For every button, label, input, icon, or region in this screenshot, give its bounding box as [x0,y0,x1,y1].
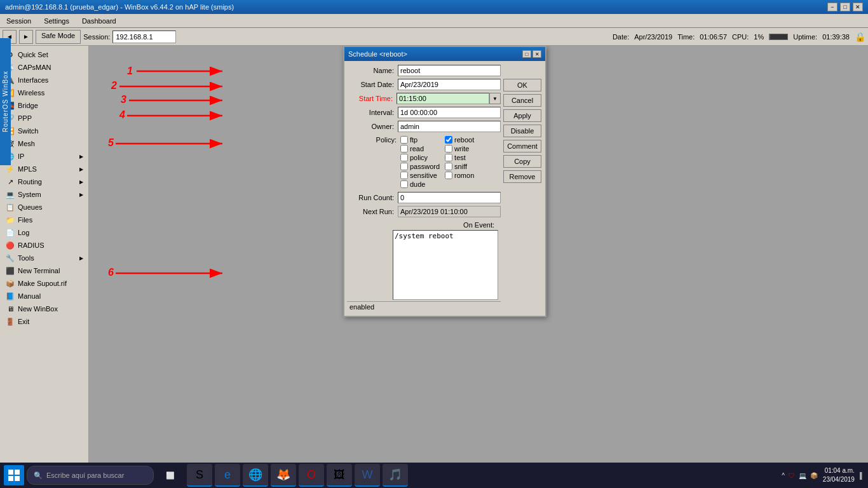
start-time-wrapper: ▼ [397,93,501,104]
sidebar-label-exit: Exit [18,318,83,325]
copy-button[interactable]: Copy [503,155,541,168]
cancel-button[interactable]: Cancel [503,94,541,107]
task-view-icon[interactable]: ⬜ [161,466,179,484]
sidebar-item-files[interactable]: 📁 Files [0,214,88,226]
menu-settings[interactable]: Settings [40,16,73,26]
policy-test-item: test [445,154,474,161]
taskbar-app-word[interactable]: W [355,464,380,487]
policy-ftp-checkbox[interactable] [400,136,408,144]
sidebar-item-radius[interactable]: 🔴 RADIUS [0,239,88,252]
start-button[interactable] [4,465,24,485]
svg-text:2: 2 [111,80,117,91]
modal-title-buttons: □ ✕ [522,50,541,58]
sidebar-item-tools[interactable]: 🔧 Tools ▶ [0,252,88,264]
disable-button[interactable]: Disable [503,125,541,137]
ok-button[interactable]: OK [503,79,541,92]
schedule-modal: Schedule <reboot> □ ✕ OK Cancel Apply Di… [343,46,546,317]
sidebar-item-log[interactable]: 📄 Log [0,226,88,239]
sidebar-label-capsman: CAPsMAN [18,64,83,71]
sidebar-item-manual[interactable]: 📘 Manual [0,290,88,302]
policy-password-checkbox[interactable] [400,163,408,170]
comment-button[interactable]: Comment [503,140,541,152]
policy-policy-checkbox[interactable] [400,154,408,161]
sidebar-item-capsman[interactable]: 📡 CAPsMAN [0,61,88,74]
sidebar-item-wireless[interactable]: 📶 Wireless [0,86,88,99]
forward-button[interactable]: ► [19,30,33,44]
svg-rect-15 [8,476,13,481]
sidebar-item-ip[interactable]: 🌐 IP ▶ [0,150,88,163]
policy-dude-item: dude [400,180,440,188]
sidebar-item-bridge[interactable]: 🌉 Bridge [0,99,88,112]
sidebar-item-mpls[interactable]: ⚡ MPLS ▶ [0,163,88,175]
modal-close-button[interactable]: ✕ [532,50,541,58]
owner-input[interactable] [398,121,501,132]
policy-label: Policy: [349,136,400,188]
next-run-row: Next Run: [347,206,501,217]
minimize-button[interactable]: − [827,3,837,11]
sidebar-label-mesh: Mesh [18,140,83,147]
taskbar-app-photos[interactable]: 🖼 [327,464,352,487]
menu-dashboard[interactable]: Dashboard [78,16,120,26]
sidebar-item-routing[interactable]: ↗ Routing ▶ [0,175,88,188]
policy-test-checkbox[interactable] [445,154,452,161]
taskbar-app-misc[interactable]: 🎵 [383,464,408,487]
sidebar-item-exit[interactable]: 🚪 Exit [0,315,88,328]
system-arrow: ▶ [79,192,83,198]
session-input[interactable] [112,30,176,43]
policy-romon-checkbox[interactable] [445,172,452,179]
start-time-input[interactable] [397,93,489,104]
policy-dude-label: dude [410,180,425,188]
search-placeholder: Escribe aquí para buscar [46,471,124,479]
start-date-input[interactable] [398,79,501,90]
policy-col-left: ftp read policy [400,136,440,188]
name-input[interactable] [398,65,501,76]
policy-ftp-item: ftp [400,136,440,144]
start-time-dropdown[interactable]: ▼ [489,93,501,104]
policy-read-item: read [400,145,440,152]
policy-read-checkbox[interactable] [400,145,408,152]
taskbar-app-chrome[interactable]: 🌐 [243,464,268,487]
taskbar-app-sublime[interactable]: S [187,464,212,487]
maximize-button[interactable]: □ [840,3,850,11]
policy-reboot-checkbox[interactable] [445,136,452,144]
sidebar-item-supout[interactable]: 📦 Make Supout.rif [0,277,88,290]
sidebar-item-terminal[interactable]: ⬛ New Terminal [0,264,88,277]
tray-chevron-icon[interactable]: ^ [782,472,785,479]
sidebar-item-interfaces[interactable]: 🔌 Interfaces [0,74,88,86]
sidebar-label-system: System [18,191,77,198]
sidebar-item-mesh[interactable]: 🕸 Mesh [0,137,88,150]
sidebar-item-newwinbox[interactable]: 🖥 New WinBox [0,302,88,315]
sidebar-item-system[interactable]: 💻 System ▶ [0,188,88,201]
sidebar-item-switch[interactable]: 🔀 Switch [0,125,88,137]
remove-button[interactable]: Remove [503,170,541,183]
close-button[interactable]: ✕ [853,3,863,11]
sidebar-item-queues[interactable]: 📋 Queues [0,201,88,214]
safe-mode-button[interactable]: Safe Mode [36,30,81,44]
modal-minimize-button[interactable]: □ [522,50,531,58]
taskbar-clock: 01:04 a.m. 23/04/2019 [823,466,855,484]
modal-title: Schedule <reboot> [348,50,407,58]
run-count-input[interactable] [398,192,501,203]
taskbar-search-box[interactable]: 🔍 Escribe aquí para buscar [27,466,154,485]
taskbar-app-edge[interactable]: e [215,464,240,487]
sidebar-label-log: Log [18,229,83,236]
policy-sniff-checkbox[interactable] [445,163,452,170]
taskbar-right: ^ 🛡 💻 📦 01:04 a.m. 23/04/2019 ▌ [782,466,864,484]
show-desktop-icon[interactable]: ▌ [860,472,864,479]
sidebar-item-quickset[interactable]: ⚙ Quick Set [0,48,88,61]
sidebar-item-ppp[interactable]: 🔗 PPP [0,112,88,125]
name-row: Name: [347,65,501,76]
policy-sniff-item: sniff [445,163,474,170]
menu-session[interactable]: Session [3,16,35,26]
on-event-textarea[interactable]: /system reboot [393,230,498,300]
policy-dude-checkbox[interactable] [400,180,408,188]
interval-input[interactable] [398,107,501,118]
taskbar-app-firefox[interactable]: 🦊 [271,464,296,487]
modal-body: OK Cancel Apply Disable Comment Copy Rem… [344,61,545,316]
policy-write-checkbox[interactable] [445,145,452,152]
taskbar-app-opera[interactable]: O [299,464,324,487]
svg-text:5: 5 [108,137,114,148]
log-icon: 📄 [5,227,15,238]
apply-button[interactable]: Apply [503,109,541,122]
policy-sensitive-checkbox[interactable] [400,172,408,179]
